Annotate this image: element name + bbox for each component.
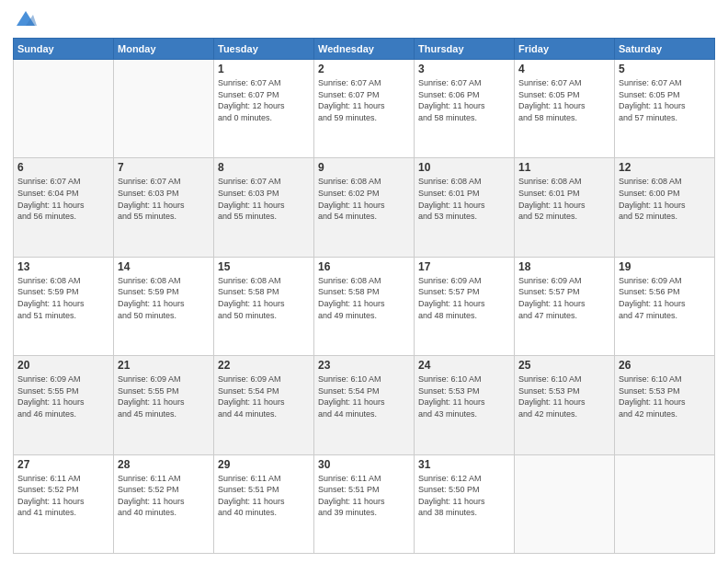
day-info: Sunrise: 6:09 AM Sunset: 5:56 PM Dayligh… [619,275,711,321]
calendar-cell: 4Sunrise: 6:07 AM Sunset: 6:05 PM Daylig… [515,60,615,158]
day-info: Sunrise: 6:11 AM Sunset: 5:51 PM Dayligh… [318,473,410,519]
calendar-header-row: SundayMondayTuesdayWednesdayThursdayFrid… [14,39,715,60]
calendar-cell: 18Sunrise: 6:09 AM Sunset: 5:57 PM Dayli… [515,257,615,355]
calendar-cell: 27Sunrise: 6:11 AM Sunset: 5:52 PM Dayli… [14,454,114,553]
calendar-cell: 21Sunrise: 6:09 AM Sunset: 5:55 PM Dayli… [114,356,214,454]
day-number: 22 [218,359,310,372]
calendar-cell: 19Sunrise: 6:09 AM Sunset: 5:56 PM Dayli… [615,257,715,355]
day-info: Sunrise: 6:08 AM Sunset: 6:02 PM Dayligh… [318,176,410,222]
calendar-week-row: 6Sunrise: 6:07 AM Sunset: 6:04 PM Daylig… [14,158,715,257]
day-info: Sunrise: 6:07 AM Sunset: 6:04 PM Dayligh… [17,176,109,222]
calendar-cell: 17Sunrise: 6:09 AM Sunset: 5:57 PM Dayli… [415,257,515,355]
calendar-cell [615,454,715,553]
weekday-header-tuesday: Tuesday [214,39,314,60]
day-info: Sunrise: 6:10 AM Sunset: 5:53 PM Dayligh… [518,373,610,419]
calendar-cell: 11Sunrise: 6:08 AM Sunset: 6:01 PM Dayli… [515,158,615,257]
calendar-cell: 26Sunrise: 6:10 AM Sunset: 5:53 PM Dayli… [615,356,715,454]
calendar-cell: 16Sunrise: 6:08 AM Sunset: 5:58 PM Dayli… [314,257,415,355]
day-number: 23 [318,359,410,372]
day-info: Sunrise: 6:10 AM Sunset: 5:54 PM Dayligh… [318,373,410,419]
calendar-cell: 1Sunrise: 6:07 AM Sunset: 6:07 PM Daylig… [214,60,314,158]
day-number: 9 [318,161,410,174]
calendar-cell: 2Sunrise: 6:07 AM Sunset: 6:07 PM Daylig… [314,60,415,158]
calendar-cell: 23Sunrise: 6:10 AM Sunset: 5:54 PM Dayli… [314,356,415,454]
day-info: Sunrise: 6:09 AM Sunset: 5:57 PM Dayligh… [518,275,610,321]
day-info: Sunrise: 6:12 AM Sunset: 5:50 PM Dayligh… [418,473,510,519]
header [13,9,715,32]
day-info: Sunrise: 6:08 AM Sunset: 5:59 PM Dayligh… [118,275,210,321]
day-info: Sunrise: 6:08 AM Sunset: 6:00 PM Dayligh… [619,176,711,222]
calendar-table: SundayMondayTuesdayWednesdayThursdayFrid… [13,38,715,554]
day-number: 7 [118,161,210,174]
calendar-cell [14,60,114,158]
day-info: Sunrise: 6:08 AM Sunset: 6:01 PM Dayligh… [518,176,610,222]
calendar-week-row: 13Sunrise: 6:08 AM Sunset: 5:59 PM Dayli… [14,257,715,355]
day-info: Sunrise: 6:07 AM Sunset: 6:03 PM Dayligh… [118,176,210,222]
day-info: Sunrise: 6:08 AM Sunset: 5:58 PM Dayligh… [318,275,410,321]
day-number: 28 [118,458,210,471]
calendar-week-row: 20Sunrise: 6:09 AM Sunset: 5:55 PM Dayli… [14,356,715,454]
weekday-header-wednesday: Wednesday [314,39,415,60]
day-number: 29 [218,458,310,471]
logo [13,9,37,32]
weekday-header-monday: Monday [114,39,214,60]
calendar-cell: 25Sunrise: 6:10 AM Sunset: 5:53 PM Dayli… [515,356,615,454]
day-number: 15 [218,260,310,273]
calendar-cell: 20Sunrise: 6:09 AM Sunset: 5:55 PM Dayli… [14,356,114,454]
day-info: Sunrise: 6:07 AM Sunset: 6:05 PM Dayligh… [619,77,711,123]
day-number: 31 [418,458,510,471]
calendar-cell: 10Sunrise: 6:08 AM Sunset: 6:01 PM Dayli… [415,158,515,257]
day-info: Sunrise: 6:10 AM Sunset: 5:53 PM Dayligh… [619,373,711,419]
calendar-cell [515,454,615,553]
calendar-cell: 12Sunrise: 6:08 AM Sunset: 6:00 PM Dayli… [615,158,715,257]
day-number: 24 [418,359,510,372]
day-number: 3 [418,63,510,75]
calendar-cell: 24Sunrise: 6:10 AM Sunset: 5:53 PM Dayli… [415,356,515,454]
calendar-cell: 3Sunrise: 6:07 AM Sunset: 6:06 PM Daylig… [415,60,515,158]
day-number: 20 [17,359,109,372]
calendar-cell: 9Sunrise: 6:08 AM Sunset: 6:02 PM Daylig… [314,158,415,257]
day-info: Sunrise: 6:11 AM Sunset: 5:52 PM Dayligh… [17,473,109,519]
calendar-cell: 28Sunrise: 6:11 AM Sunset: 5:52 PM Dayli… [114,454,214,553]
weekday-header-saturday: Saturday [615,39,715,60]
day-info: Sunrise: 6:09 AM Sunset: 5:57 PM Dayligh… [418,275,510,321]
day-info: Sunrise: 6:09 AM Sunset: 5:55 PM Dayligh… [118,373,210,419]
calendar-week-row: 27Sunrise: 6:11 AM Sunset: 5:52 PM Dayli… [14,454,715,553]
day-number: 18 [518,260,610,273]
day-number: 2 [318,63,410,75]
calendar-cell: 30Sunrise: 6:11 AM Sunset: 5:51 PM Dayli… [314,454,415,553]
day-info: Sunrise: 6:07 AM Sunset: 6:03 PM Dayligh… [218,176,310,222]
day-number: 10 [418,161,510,174]
day-number: 4 [518,63,610,75]
calendar-cell: 5Sunrise: 6:07 AM Sunset: 6:05 PM Daylig… [615,60,715,158]
day-info: Sunrise: 6:11 AM Sunset: 5:52 PM Dayligh… [118,473,210,519]
day-number: 1 [218,63,310,75]
weekday-header-sunday: Sunday [14,39,114,60]
day-number: 27 [17,458,109,471]
day-info: Sunrise: 6:07 AM Sunset: 6:07 PM Dayligh… [318,77,410,123]
logo-icon [15,9,37,28]
day-info: Sunrise: 6:07 AM Sunset: 6:05 PM Dayligh… [518,77,610,123]
day-number: 17 [418,260,510,273]
calendar-cell: 13Sunrise: 6:08 AM Sunset: 5:59 PM Dayli… [14,257,114,355]
day-number: 19 [619,260,711,273]
calendar-cell: 15Sunrise: 6:08 AM Sunset: 5:58 PM Dayli… [214,257,314,355]
calendar-cell [114,60,214,158]
day-info: Sunrise: 6:08 AM Sunset: 5:59 PM Dayligh… [17,275,109,321]
calendar-cell: 29Sunrise: 6:11 AM Sunset: 5:51 PM Dayli… [214,454,314,553]
day-info: Sunrise: 6:11 AM Sunset: 5:51 PM Dayligh… [218,473,310,519]
day-info: Sunrise: 6:08 AM Sunset: 5:58 PM Dayligh… [218,275,310,321]
calendar-cell: 8Sunrise: 6:07 AM Sunset: 6:03 PM Daylig… [214,158,314,257]
calendar-cell: 14Sunrise: 6:08 AM Sunset: 5:59 PM Dayli… [114,257,214,355]
day-number: 16 [318,260,410,273]
page: SundayMondayTuesdayWednesdayThursdayFrid… [0,0,728,563]
day-info: Sunrise: 6:10 AM Sunset: 5:53 PM Dayligh… [418,373,510,419]
day-number: 11 [518,161,610,174]
day-number: 5 [619,63,711,75]
calendar-week-row: 1Sunrise: 6:07 AM Sunset: 6:07 PM Daylig… [14,60,715,158]
day-number: 8 [218,161,310,174]
day-number: 13 [17,260,109,273]
weekday-header-friday: Friday [515,39,615,60]
day-number: 26 [619,359,711,372]
calendar-cell: 22Sunrise: 6:09 AM Sunset: 5:54 PM Dayli… [214,356,314,454]
